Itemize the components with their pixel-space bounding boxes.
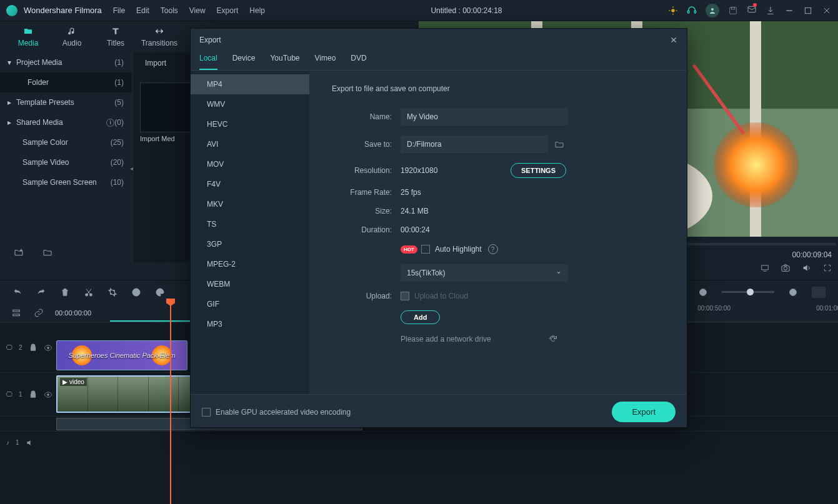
duration-value: 00:00:24: [401, 225, 430, 234]
name-input[interactable]: [401, 108, 568, 126]
tree-template-presets[interactable]: ▸Template Presets(5): [0, 92, 131, 112]
fmt-wmv[interactable]: WMV: [191, 94, 309, 114]
format-list: MP4 WMV HEVC AVI MOV F4V MKV TS 3GP MPEG…: [191, 71, 309, 394]
save-icon[interactable]: [728, 6, 738, 16]
svg-point-24: [784, 267, 787, 270]
speed-icon[interactable]: [131, 287, 141, 297]
dlg-tab-youtube[interactable]: YouTube: [270, 54, 299, 70]
fps-value: 25 fps: [401, 188, 421, 197]
help-icon[interactable]: ?: [488, 244, 498, 254]
maximize-icon[interactable]: [803, 6, 813, 16]
tree-sample-color[interactable]: Sample Color(25): [0, 132, 131, 152]
minimize-icon[interactable]: [784, 6, 794, 16]
tab-audio[interactable]: Audio: [50, 26, 94, 47]
tree-sample-video[interactable]: Sample Video(20): [0, 152, 131, 172]
autohighlight-checkbox[interactable]: [421, 245, 430, 254]
display-icon[interactable]: [761, 264, 769, 272]
svg-rect-8: [730, 7, 737, 14]
menu-export[interactable]: Export: [217, 6, 239, 15]
fmt-mp4[interactable]: MP4: [191, 74, 309, 94]
clip-effect[interactable]: Superheroes Cinematic Pack-Elem: [56, 340, 187, 370]
dialog-close-icon[interactable]: [669, 36, 678, 44]
fmt-mp3[interactable]: MP3: [191, 314, 309, 334]
info-icon[interactable]: i: [106, 119, 114, 127]
tab-transitions[interactable]: Transitions: [137, 26, 181, 47]
playhead[interactable]: [170, 299, 171, 504]
fullscreen-icon[interactable]: [823, 264, 832, 272]
tree-project-media[interactable]: ▾Project Media(1): [0, 52, 131, 72]
dlg-tab-dvd[interactable]: DVD: [351, 54, 366, 70]
folder-icon[interactable]: [42, 247, 52, 257]
crop-icon[interactable]: [107, 287, 117, 297]
export-button[interactable]: Export: [612, 402, 676, 422]
fmt-f4v[interactable]: F4V: [191, 174, 309, 194]
link-icon[interactable]: [34, 308, 44, 318]
tab-media[interactable]: Media: [6, 26, 50, 47]
fmt-3gp[interactable]: 3GP: [191, 234, 309, 254]
fmt-ts[interactable]: TS: [191, 214, 309, 234]
tips-icon[interactable]: [668, 6, 678, 16]
track-audio-1[interactable]: ♪1: [0, 431, 838, 453]
zoom-out-icon[interactable]: [698, 287, 708, 297]
fmt-avi[interactable]: AVI: [191, 134, 309, 154]
new-folder-icon[interactable]: [14, 247, 24, 257]
settings-button[interactable]: SETTINGS: [511, 163, 566, 178]
saveto-input[interactable]: [401, 136, 548, 153]
fmt-webm[interactable]: WEBM: [191, 274, 309, 294]
refresh-icon[interactable]: [548, 334, 558, 344]
menu-file[interactable]: File: [113, 6, 125, 15]
undo-icon[interactable]: [12, 287, 22, 297]
menu-help[interactable]: Help: [249, 6, 265, 15]
close-icon[interactable]: [822, 6, 832, 16]
svg-point-7: [711, 8, 714, 11]
upload-checkbox[interactable]: [401, 292, 409, 300]
export-dialog: Export Local Device YouTube Vimeo DVD MP…: [190, 28, 687, 428]
fmt-gif[interactable]: GIF: [191, 294, 309, 314]
download-icon[interactable]: [766, 6, 776, 16]
track-manage-icon[interactable]: [11, 308, 21, 318]
svg-rect-34: [13, 314, 20, 316]
gpu-checkbox[interactable]: Enable GPU accelerated video encoding: [202, 408, 351, 417]
zoom-in-icon[interactable]: [788, 287, 798, 297]
add-button[interactable]: Add: [401, 310, 440, 324]
zoom-slider[interactable]: [722, 291, 774, 293]
app-title: Wondershare Filmora: [24, 6, 102, 15]
preset-select[interactable]: 15s(TikTok): [401, 264, 568, 282]
volume-icon[interactable]: [802, 263, 812, 273]
cut-icon[interactable]: [84, 287, 94, 297]
redo-icon[interactable]: [36, 287, 46, 297]
account-icon[interactable]: [706, 4, 719, 17]
resolution-value: 1920x1080: [401, 166, 511, 175]
snapshot-icon[interactable]: [781, 263, 791, 273]
fmt-mpeg2[interactable]: MPEG-2: [191, 254, 309, 274]
tree-shared-media[interactable]: ▸Shared Mediai(0): [0, 112, 131, 132]
import-button[interactable]: Import: [145, 59, 166, 67]
dlg-tab-device[interactable]: Device: [232, 54, 256, 70]
message-icon[interactable]: [747, 4, 757, 14]
svg-point-38: [47, 393, 49, 396]
tree-sample-green[interactable]: Sample Green Screen(10): [0, 172, 131, 192]
color-icon[interactable]: [155, 287, 165, 297]
tree-folder[interactable]: Folder(1): [0, 72, 131, 92]
delete-icon[interactable]: [60, 287, 70, 297]
browse-folder-icon[interactable]: [554, 139, 564, 149]
tab-titles[interactable]: Titles: [94, 26, 137, 47]
support-icon[interactable]: [687, 6, 697, 16]
fmt-mkv[interactable]: MKV: [191, 194, 309, 214]
menu-view[interactable]: View: [189, 6, 206, 15]
dlg-tab-vimeo[interactable]: Vimeo: [315, 54, 336, 70]
fmt-hevc[interactable]: HEVC: [191, 114, 309, 134]
collapse-left-icon[interactable]: ◂: [130, 165, 133, 172]
fmt-mov[interactable]: MOV: [191, 154, 309, 174]
doc-title: Untitled : 00:00:24:18: [265, 6, 668, 15]
menu-tools[interactable]: Tools: [161, 6, 178, 15]
zoom-fit-icon[interactable]: [812, 287, 826, 298]
ruler-timecode: 00:00:00:00: [55, 309, 91, 317]
svg-rect-33: [13, 310, 20, 312]
main-menu: File Edit Tools View Export Help: [113, 6, 265, 15]
menu-edit[interactable]: Edit: [136, 6, 149, 15]
dlg-tab-local[interactable]: Local: [199, 54, 217, 70]
svg-rect-5: [687, 11, 689, 13]
svg-rect-10: [748, 6, 756, 12]
autohighlight-label: Auto Highlight: [435, 245, 482, 254]
